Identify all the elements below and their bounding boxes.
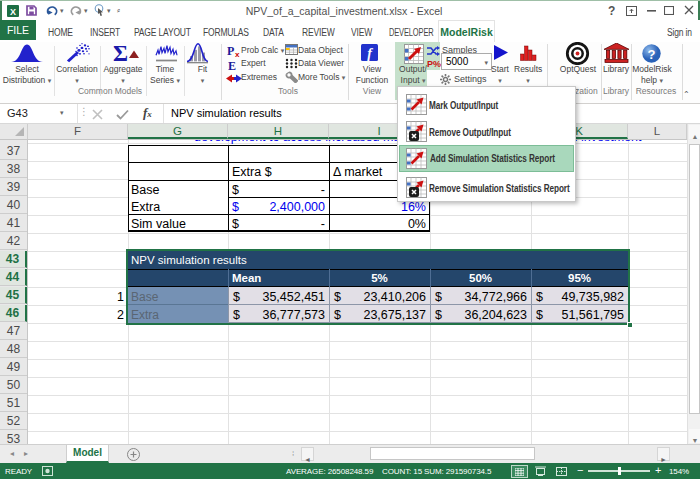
svg-text:x: x	[235, 50, 240, 57]
svg-text:Σ: Σ	[113, 42, 128, 64]
svg-text:P: P	[227, 45, 234, 57]
svg-text:X: X	[10, 7, 16, 17]
svg-text:E: E	[228, 59, 236, 71]
svg-text:?: ?	[648, 47, 656, 62]
